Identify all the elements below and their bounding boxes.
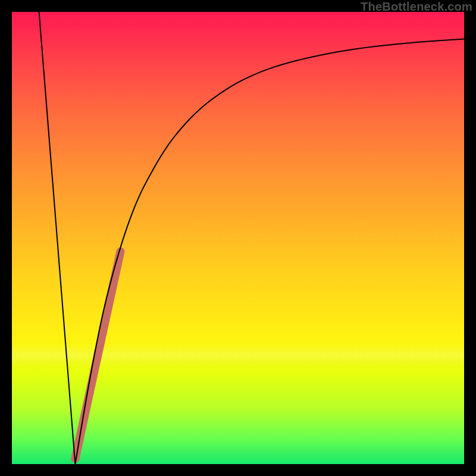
- curves-layer: [12, 12, 464, 464]
- chart-frame: TheBottleneck.com: [0, 0, 476, 476]
- curve-right: [75, 39, 464, 464]
- curve-left-descent: [39, 12, 76, 464]
- watermark-text: TheBottleneck.com: [361, 0, 472, 14]
- plot-area: [12, 12, 464, 464]
- marker-salmon-segment: [75, 252, 120, 459]
